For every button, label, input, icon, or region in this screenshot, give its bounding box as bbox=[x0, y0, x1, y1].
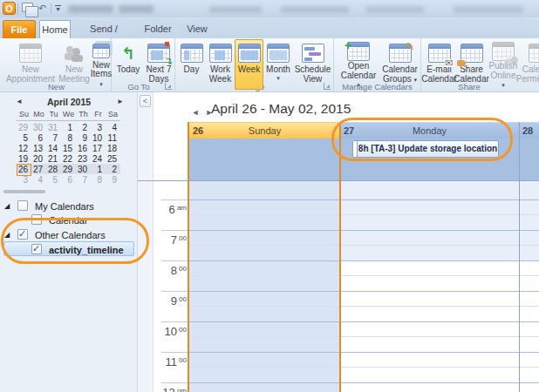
minical-day[interactable]: 6 bbox=[61, 174, 76, 186]
view-week-button[interactable]: Week bbox=[235, 39, 263, 90]
day-name: Sunday bbox=[189, 123, 340, 139]
day-view-icon bbox=[181, 42, 203, 64]
my-calendars-checkbox[interactable] bbox=[17, 200, 28, 211]
pane-splitter-handle[interactable] bbox=[3, 190, 45, 193]
activity-timeline-checkbox[interactable]: ✓ bbox=[31, 244, 42, 254]
selected-day-left-border bbox=[188, 122, 189, 392]
minical-week-row: 19202122232425 bbox=[17, 153, 120, 164]
minical-day[interactable]: 7 bbox=[76, 174, 91, 186]
activity-timeline-label: activity_timeline bbox=[49, 244, 124, 256]
grid-line bbox=[161, 352, 189, 353]
grid-line bbox=[161, 321, 189, 322]
other-calendars-checkbox[interactable]: ✓ bbox=[17, 229, 28, 240]
share-calendar-icon bbox=[461, 42, 483, 64]
publish-online-button[interactable]: Publish Online ▾ bbox=[488, 39, 519, 90]
send-receive-icon[interactable] bbox=[22, 3, 33, 12]
day-number: 28 bbox=[522, 123, 533, 139]
redacted-title-text bbox=[119, 5, 154, 13]
grid-line bbox=[189, 352, 539, 353]
email-calendar-icon: ✉ bbox=[428, 42, 451, 64]
grid-line bbox=[189, 230, 539, 231]
email-calendar-button[interactable]: ✉ E-mail Calendar bbox=[423, 39, 455, 90]
other-calendars-label: Other Calendars bbox=[35, 229, 106, 241]
collapse-pane-icon[interactable]: < bbox=[140, 95, 151, 107]
minical-title: April 2015 bbox=[12, 97, 126, 107]
minical-dow-label: Sa bbox=[106, 110, 120, 118]
sunday-column[interactable] bbox=[189, 181, 340, 392]
calendar-permissions-icon bbox=[529, 42, 539, 64]
view-work-week-button[interactable]: Work Week bbox=[206, 39, 235, 90]
qat-separator bbox=[51, 3, 51, 14]
minical-day[interactable]: 3 bbox=[17, 174, 31, 186]
sidebar-item-calendar[interactable]: Calendar bbox=[0, 213, 138, 227]
minical-day[interactable]: 4 bbox=[31, 174, 46, 186]
previous-week-icon[interactable]: ◄ bbox=[190, 107, 201, 118]
minical-dow-label: Mo bbox=[31, 110, 46, 118]
dropdown-arrow-icon: ▾ bbox=[99, 81, 103, 87]
minical-day[interactable]: 5 bbox=[46, 174, 61, 186]
check-icon: ✓ bbox=[18, 228, 26, 240]
grid-line bbox=[161, 382, 189, 383]
time-label: 7 00 bbox=[159, 232, 187, 247]
new-items-icon bbox=[92, 42, 110, 60]
dropdown-arrow-icon: ▾ bbox=[357, 82, 360, 88]
today-button[interactable]: ↰ Today bbox=[113, 39, 143, 90]
today-icon: ↰ bbox=[121, 42, 135, 64]
calendar-groups-button[interactable]: ✎ Calendar Groups ▾ bbox=[379, 39, 420, 90]
grid-line bbox=[189, 275, 539, 276]
monday-column[interactable] bbox=[340, 181, 519, 392]
grid-line bbox=[189, 291, 539, 292]
tab-file[interactable]: File bbox=[3, 20, 36, 38]
redacted-title-text bbox=[281, 6, 349, 13]
event-update-storage-location[interactable]: 8h [TA-3] Update storage location bbox=[352, 140, 499, 158]
day-header-monday[interactable]: 27 Monday bbox=[340, 122, 519, 139]
tab-send-receive[interactable]: Send / Receive bbox=[72, 20, 136, 38]
qat-customize-icon[interactable]: ▾ bbox=[55, 3, 61, 12]
undo-icon[interactable]: ↶ bbox=[38, 3, 46, 14]
tuesday-column[interactable] bbox=[519, 181, 539, 392]
day-header-tuesday[interactable]: 28 bbox=[519, 122, 539, 139]
minical-dow-label: Th bbox=[76, 110, 91, 118]
grid-line bbox=[189, 214, 539, 215]
new-meeting-button[interactable]: New Meeting bbox=[58, 39, 90, 90]
grid-line bbox=[189, 367, 539, 368]
next-7-days-button[interactable]: ↴ Next 7 Days bbox=[143, 39, 174, 90]
share-calendar-button[interactable]: Share Calendar bbox=[455, 39, 488, 90]
minical-dow-label: Tu bbox=[46, 110, 61, 118]
outlook-app-icon[interactable]: O bbox=[3, 2, 16, 15]
grid-line bbox=[161, 230, 189, 231]
minical-week-row: 567891011 bbox=[17, 132, 120, 143]
minical-dow-row: SuMoTuWeThFrSa bbox=[17, 110, 120, 121]
qat-separator bbox=[17, 3, 18, 14]
tab-view[interactable]: View bbox=[180, 20, 215, 38]
minical-day[interactable]: 8 bbox=[91, 174, 106, 186]
navigation-pane: ◄ April 2015 ► SuMoTuWeThFrSa 2930311234… bbox=[0, 92, 138, 392]
new-appointment-button[interactable]: New Appointment bbox=[3, 39, 58, 90]
view-day-button[interactable]: Day bbox=[177, 39, 206, 90]
new-appointment-icon bbox=[19, 42, 42, 64]
view-month-button[interactable]: Month▾ bbox=[263, 39, 293, 90]
sidebar-item-activity-timeline[interactable]: ✓ activity_timeline bbox=[0, 243, 138, 257]
calendar-permissions-button[interactable]: Calendar Permissions bbox=[520, 39, 539, 90]
minical-next-icon[interactable]: ► bbox=[117, 98, 124, 105]
view-schedule-button[interactable]: Schedule View bbox=[293, 39, 332, 90]
grid-line bbox=[189, 382, 539, 383]
calendar-groups-icon: ✎ bbox=[389, 42, 412, 64]
expander-icon[interactable]: ◢ bbox=[4, 203, 10, 210]
calendar-checkbox[interactable] bbox=[31, 214, 42, 225]
grid-line bbox=[161, 291, 189, 292]
open-calendar-button[interactable]: + Open Calendar ▾ bbox=[338, 39, 379, 90]
sidebar-item-other-calendars[interactable]: ◢ ✓ Other Calendars bbox=[0, 228, 138, 242]
time-grid[interactable]: 6 am7 008 009 0010 0011 0012 pm bbox=[138, 180, 539, 392]
expander-icon[interactable]: ◢ bbox=[4, 232, 10, 239]
day-header-sunday[interactable]: 26 Sunday bbox=[189, 122, 340, 139]
sidebar-item-my-calendars[interactable]: ◢ My Calendars bbox=[0, 199, 138, 213]
new-items-button[interactable]: New Items ▾ bbox=[90, 39, 113, 90]
tab-home[interactable]: Home bbox=[39, 20, 71, 38]
ribbon-tab-row: File Home Send / Receive Folder View bbox=[0, 17, 539, 38]
time-label: 6 am bbox=[159, 201, 187, 217]
time-label: 12 pm bbox=[159, 384, 187, 392]
time-label: 9 00 bbox=[159, 293, 187, 308]
tab-folder[interactable]: Folder bbox=[138, 20, 178, 38]
minical-day[interactable]: 9 bbox=[106, 174, 120, 186]
